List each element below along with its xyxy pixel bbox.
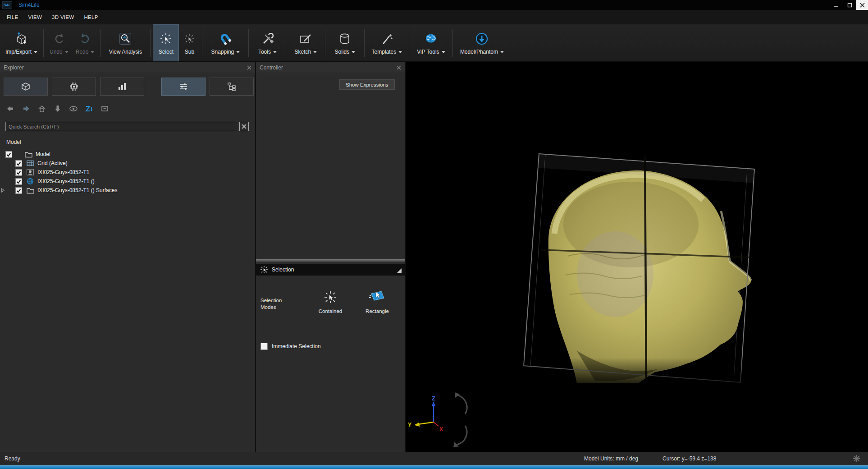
toolbar-button-view-analysis[interactable]: View Analysis [103, 24, 148, 61]
tree-row-grid[interactable]: Grid (Active) [0, 159, 255, 168]
toolbar-label: Solids [335, 49, 350, 55]
menu-file[interactable]: FILE [2, 14, 23, 20]
controller-close-button[interactable] [397, 65, 401, 70]
home-icon [37, 105, 46, 113]
toolbar-button-undo[interactable]: Undo [46, 24, 72, 61]
dropdown-caret-icon[interactable] [34, 51, 37, 53]
toolbar-button-snapping[interactable]: Snapping [205, 24, 246, 61]
head-model [548, 170, 751, 383]
explorer-close-button[interactable] [247, 65, 251, 70]
folder-icon [26, 186, 35, 194]
dropdown-caret-icon[interactable] [352, 51, 355, 53]
goto-button[interactable] [53, 104, 63, 113]
back-button[interactable] [5, 104, 15, 113]
immediate-selection-row[interactable]: Immediate Selection [260, 343, 321, 350]
view-analysis-icon [119, 31, 132, 46]
axis-gizmo: Z Y X [408, 395, 443, 432]
expand-arrow-icon[interactable] [0, 188, 5, 193]
dropdown-caret-icon[interactable] [65, 51, 69, 53]
toolbar-label: View Analysis [109, 49, 142, 55]
maximize-button[interactable] [843, 0, 856, 10]
hierarchy-icon [226, 81, 237, 92]
forward-button[interactable] [21, 104, 31, 113]
viewport-3d[interactable]: Z Y X [406, 62, 868, 452]
tree-checkbox[interactable] [5, 151, 12, 158]
toolbar-button-tools[interactable]: Tools [251, 24, 283, 61]
home-button[interactable] [37, 104, 47, 113]
toolbar-separator [286, 29, 286, 57]
tree-checkbox[interactable] [15, 160, 22, 167]
maximize-icon [847, 3, 852, 8]
tab-analysis[interactable] [100, 78, 144, 96]
minimize-button[interactable] [829, 0, 843, 10]
tab-model[interactable] [4, 78, 48, 96]
selection-section-title: Selection [272, 267, 294, 273]
toolbar-button-solids[interactable]: Solids [328, 24, 362, 61]
progress-bar [0, 465, 868, 469]
close-button[interactable] [856, 0, 868, 10]
selection-mode-rectangle[interactable]: Rectangle [361, 289, 393, 314]
check-icon [16, 188, 22, 193]
visibility-button[interactable] [69, 104, 78, 113]
tree-row-model[interactable]: Model [0, 150, 255, 159]
toolbar-separator [452, 29, 453, 57]
toolbar-button-sub[interactable]: Sub [179, 24, 200, 61]
toolbar-button-redo[interactable]: Redo [72, 24, 98, 61]
dropdown-caret-icon[interactable] [442, 51, 445, 53]
toolbar-button-model-phantom[interactable]: Model/Phantom [455, 24, 508, 61]
tab-hierarchy[interactable] [210, 78, 254, 96]
tree-checkbox[interactable] [15, 169, 22, 176]
collapse-all-button[interactable] [100, 104, 110, 113]
dropdown-caret-icon[interactable] [398, 51, 402, 53]
redo-icon [78, 31, 92, 46]
contained-mode-icon [323, 290, 338, 304]
sub-select-icon [184, 31, 195, 46]
sort-z-button[interactable] [84, 104, 94, 113]
menu-help[interactable]: HELP [79, 14, 103, 20]
selection-section-header[interactable]: Selection [256, 264, 405, 276]
toolbar-button-templates[interactable]: Templates [367, 24, 407, 61]
tree-checkbox[interactable] [15, 178, 22, 185]
selection-mode-contained[interactable]: Contained [315, 290, 346, 314]
menu-view[interactable]: VIEW [23, 14, 47, 20]
check-icon [6, 152, 12, 157]
tab-simulation[interactable] [52, 78, 96, 96]
magnet-icon [218, 31, 233, 46]
tree-row-volume[interactable]: IXI025-Guys-0852-T1 () [0, 177, 255, 186]
section-grip-icon[interactable] [397, 268, 402, 273]
menu-3d-view[interactable]: 3D VIEW [47, 14, 79, 20]
dropdown-caret-icon[interactable] [236, 51, 240, 53]
tree-row-surfaces[interactable]: IXI025-Guys-0852-T1 () Surfaces [0, 186, 255, 195]
status-ready: Ready [5, 455, 20, 462]
clear-x-icon [242, 124, 247, 129]
tree-node-label: Model [36, 151, 50, 157]
dropdown-caret-icon[interactable] [91, 51, 94, 53]
dropdown-caret-icon[interactable] [313, 51, 317, 53]
tab-properties[interactable] [161, 78, 206, 96]
splitter-handle[interactable] [256, 259, 405, 262]
toolbar-separator [325, 29, 325, 57]
grid-icon [26, 159, 35, 167]
toolbar-button-imp-export[interactable]: Imp/Export [2, 24, 41, 61]
search-clear-button[interactable] [239, 122, 249, 131]
dropdown-caret-icon[interactable] [273, 51, 277, 53]
undo-icon [52, 31, 66, 46]
tree-node-label: Grid (Active) [37, 160, 68, 166]
toolbar-label: ViP Tools [417, 49, 439, 55]
immediate-selection-checkbox[interactable] [260, 343, 268, 350]
main-toolbar: Imp/Export Undo Redo [0, 24, 868, 62]
rectangle-mode-icon [369, 289, 386, 304]
quick-search-input[interactable] [5, 122, 236, 131]
toolbar-button-vip-tools[interactable]: ViP Tools [411, 24, 450, 61]
dropdown-caret-icon[interactable] [500, 51, 504, 53]
controller-panel-title: Controller [260, 64, 283, 71]
tree-checkbox[interactable] [15, 187, 22, 194]
toolbar-button-select[interactable]: Select [153, 24, 179, 61]
toolbar-label: Tools [258, 49, 271, 55]
show-expressions-button[interactable]: Show Expressions [339, 79, 395, 90]
toolbar-button-sketch[interactable]: Sketch [288, 24, 323, 61]
tree-row-image[interactable]: IXI025-Guys-0852-T1 [0, 168, 255, 177]
status-bar: Ready Model Units: mm / deg Cursor: y=-5… [0, 452, 868, 465]
axis-z-label: Z [432, 395, 435, 402]
forward-arrow-icon [22, 105, 31, 113]
